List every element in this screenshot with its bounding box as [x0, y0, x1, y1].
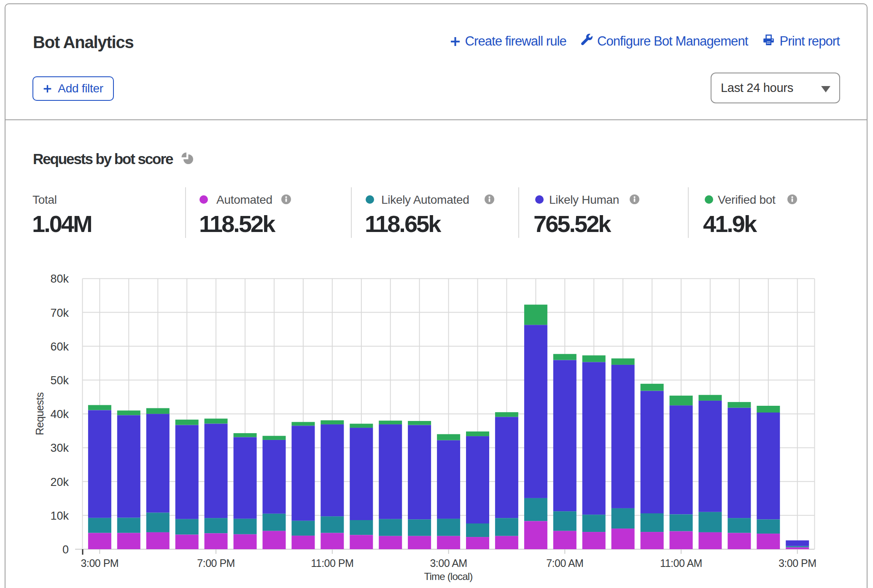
svg-text:3:00 AM: 3:00 AM	[430, 557, 467, 569]
svg-text:10k: 10k	[50, 510, 69, 522]
svg-text:50k: 50k	[50, 374, 69, 387]
svg-text:70k: 70k	[50, 307, 69, 319]
svg-text:7:00 PM: 7:00 PM	[197, 557, 235, 569]
svg-text:11:00 AM: 11:00 AM	[660, 557, 702, 569]
svg-text:3:00 PM: 3:00 PM	[81, 557, 119, 569]
svg-text:30k: 30k	[50, 442, 69, 454]
svg-text:20k: 20k	[50, 476, 69, 488]
svg-text:Time (local): Time (local)	[424, 571, 473, 582]
svg-text:11:00 PM: 11:00 PM	[311, 557, 353, 569]
svg-text:Requests: Requests	[34, 392, 46, 435]
svg-text:40k: 40k	[50, 408, 69, 421]
svg-text:3:00 PM: 3:00 PM	[779, 557, 816, 569]
svg-text:7:00 AM: 7:00 AM	[546, 557, 583, 569]
svg-text:60k: 60k	[50, 340, 69, 353]
svg-text:80k: 80k	[50, 272, 69, 285]
svg-text:0: 0	[62, 543, 69, 556]
